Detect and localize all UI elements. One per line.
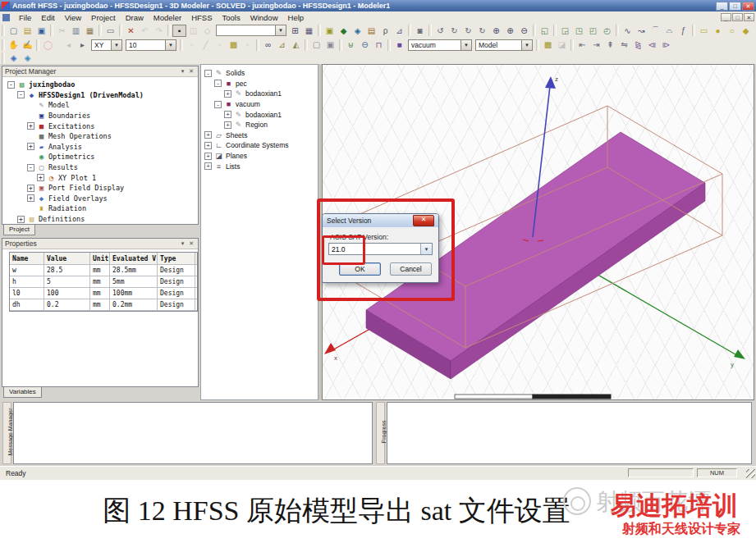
close-button[interactable]: ✕ bbox=[742, 2, 754, 11]
tree-expander-icon[interactable]: - bbox=[7, 81, 15, 89]
measure-icon[interactable]: ∞ bbox=[261, 39, 275, 51]
tree-item-mesh-operations[interactable]: +▦Mesh Operations bbox=[6, 131, 195, 142]
tree-expander-icon[interactable]: + bbox=[17, 216, 25, 223]
validate-icon[interactable]: ▣ bbox=[323, 25, 337, 37]
message-manager-dock-label[interactable]: Message Manager bbox=[2, 402, 11, 464]
tree-expander-icon[interactable]: + bbox=[37, 174, 44, 181]
view-iso4-icon[interactable]: ◴ bbox=[600, 25, 614, 37]
plane-icon[interactable]: ▱ bbox=[753, 25, 756, 37]
child-minimize-button[interactable]: _ bbox=[721, 13, 731, 21]
polyline-icon[interactable]: ∿ bbox=[621, 25, 635, 37]
boolean-intersect-icon[interactable]: ⊓ bbox=[372, 39, 386, 51]
material-icon[interactable]: ■ bbox=[392, 39, 406, 51]
copy-image-icon[interactable]: ◙ bbox=[413, 25, 427, 37]
zoom-in-icon[interactable]: ⊕ bbox=[503, 25, 517, 37]
tree-expander-icon[interactable]: + bbox=[224, 90, 231, 98]
equation-curve-icon[interactable]: ƒ bbox=[676, 25, 690, 37]
tree-item-lists[interactable]: +≡Lists bbox=[203, 161, 316, 171]
tree-expander-icon[interactable]: + bbox=[204, 131, 212, 139]
tree-expander-icon[interactable]: + bbox=[204, 162, 212, 170]
optimetrics-icon[interactable]: ◈ bbox=[351, 25, 364, 37]
local-cs-icon[interactable]: ◈ bbox=[7, 52, 21, 64]
chevron-down-icon[interactable]: ▼ bbox=[165, 40, 176, 50]
pan-icon[interactable]: ↺ bbox=[433, 25, 447, 37]
tree-expander-icon[interactable]: - bbox=[27, 164, 34, 171]
help-pointer-icon[interactable]: ✋ bbox=[7, 39, 21, 51]
table-row[interactable]: dh0.2mm0.2mmDesign bbox=[10, 299, 197, 311]
whats-this-icon[interactable]: ✍ bbox=[21, 39, 34, 51]
tree-item-vacuum[interactable]: -■vacuum bbox=[203, 99, 316, 110]
arc1-icon[interactable]: ⌒ bbox=[648, 25, 662, 37]
drawing-plane-select[interactable]: XY▼ bbox=[91, 39, 122, 51]
boolean-unite-icon[interactable]: ⊎ bbox=[344, 39, 358, 51]
menu-draw[interactable]: Draw bbox=[121, 12, 149, 23]
search-box[interactable]: ▼ bbox=[216, 25, 286, 36]
align3-icon[interactable]: ⇞ bbox=[603, 39, 617, 51]
grid-spacing-select[interactable]: 10▼ bbox=[126, 39, 176, 51]
tree-item-optimetrics[interactable]: +◉Optimetrics bbox=[6, 152, 195, 162]
menu-project[interactable]: Project bbox=[86, 12, 121, 23]
panel-buttons[interactable]: ▾ ✕ bbox=[181, 68, 195, 75]
tree-expander-icon[interactable]: - bbox=[214, 101, 222, 108]
paste-icon[interactable]: ▦ bbox=[83, 25, 97, 37]
view-iso3-icon[interactable]: ◰ bbox=[586, 25, 600, 37]
attribute1-icon[interactable]: ▩ bbox=[541, 39, 555, 51]
progress-dock-label[interactable]: Progress bbox=[376, 402, 385, 464]
tree-item-field-overlays[interactable]: +◆Field Overlays bbox=[6, 194, 195, 204]
variables-tab[interactable]: Variables bbox=[3, 387, 42, 398]
tree-item-definitions[interactable]: +▤Definitions bbox=[6, 214, 195, 225]
spline-icon[interactable]: ↝ bbox=[635, 25, 648, 37]
minimize-button[interactable]: _ bbox=[716, 2, 728, 11]
mesh-icon[interactable]: ⊿ bbox=[392, 25, 406, 37]
forward-icon[interactable]: ▸ bbox=[76, 39, 89, 51]
tree-item-results[interactable]: -▢Results bbox=[6, 162, 195, 173]
tree-item-solids[interactable]: -✎Solids bbox=[203, 68, 316, 79]
boolean-subtract-icon[interactable]: ⊖ bbox=[358, 39, 372, 51]
tree-item-bodaoxian1[interactable]: +✎bodaoxian1 bbox=[203, 109, 316, 120]
tree-expander-icon[interactable]: + bbox=[27, 185, 34, 192]
arc2-icon[interactable]: ⌓ bbox=[662, 25, 676, 37]
field-calc-icon[interactable]: ρ bbox=[378, 25, 392, 37]
rotate1-icon[interactable]: ↻ bbox=[447, 25, 461, 37]
tree-item-port-field-display[interactable]: +▣Port Field Display bbox=[6, 183, 195, 194]
tree-item-planes[interactable]: +◪Planes bbox=[203, 151, 316, 162]
material-select[interactable]: vacuum▼ bbox=[408, 39, 472, 51]
align1-icon[interactable]: ⇤ bbox=[575, 39, 589, 51]
menu-tools[interactable]: Tools bbox=[218, 12, 245, 23]
fit-view-icon[interactable]: ⊞ bbox=[288, 25, 302, 37]
menu-file[interactable]: File bbox=[14, 12, 36, 23]
tree-item-bodaoxian1[interactable]: +✎bodaoxian1 bbox=[203, 89, 316, 99]
wireframe-icon[interactable]: ▢ bbox=[309, 39, 323, 51]
tree-item-region[interactable]: +✎Region bbox=[203, 120, 316, 130]
child-close-button[interactable]: ✕ bbox=[744, 13, 754, 21]
table-row[interactable]: l0100mm100mmDesign bbox=[10, 288, 197, 299]
duplicate1-icon[interactable]: ⧎ bbox=[631, 39, 645, 51]
menu-view[interactable]: View bbox=[60, 12, 86, 23]
resize-grip[interactable] bbox=[746, 469, 755, 478]
results-icon[interactable]: ▤ bbox=[364, 25, 378, 37]
tree-item-model[interactable]: +✎Model bbox=[6, 100, 195, 111]
delete-icon[interactable]: ✕ bbox=[124, 25, 138, 37]
menu-hfss[interactable]: HFSS bbox=[186, 12, 217, 23]
select-object-icon[interactable]: ▪ bbox=[172, 25, 186, 37]
tree-expander-icon[interactable]: - bbox=[17, 91, 25, 98]
copy-icon[interactable]: ▥ bbox=[69, 25, 83, 37]
chevron-down-icon[interactable]: ▼ bbox=[460, 40, 471, 50]
chevron-down-icon[interactable]: ▼ bbox=[275, 25, 286, 35]
analyze-icon[interactable]: ◆ bbox=[337, 25, 351, 37]
rotate2-icon[interactable]: ↻ bbox=[461, 25, 475, 37]
rectangle-icon[interactable]: ▭ bbox=[697, 25, 711, 37]
tree-expander-icon[interactable]: + bbox=[27, 122, 34, 130]
grid-icon[interactable]: ▦ bbox=[302, 25, 316, 37]
tree-item-coordinate-systems[interactable]: +∟Coordinate Systems bbox=[203, 140, 316, 151]
tree-item-radiation[interactable]: +♜Radiation bbox=[6, 203, 195, 214]
tree-item-analysis[interactable]: +▰Analysis bbox=[6, 142, 195, 153]
table-row[interactable]: w28.5mm28.5mmDesign bbox=[10, 265, 197, 276]
tree-expander-icon[interactable]: + bbox=[27, 194, 34, 202]
tree-expander-icon[interactable]: + bbox=[204, 153, 212, 160]
child-restore-button[interactable]: □ bbox=[732, 13, 743, 21]
new-icon[interactable]: ▢ bbox=[7, 25, 21, 37]
tree-item-xy-plot-1[interactable]: +◔XY Plot 1 bbox=[6, 172, 195, 183]
zoom-out-icon[interactable]: ⊖ bbox=[517, 25, 531, 37]
tree-item-juxingbodao[interactable]: -▤juxingbodao bbox=[6, 80, 195, 90]
